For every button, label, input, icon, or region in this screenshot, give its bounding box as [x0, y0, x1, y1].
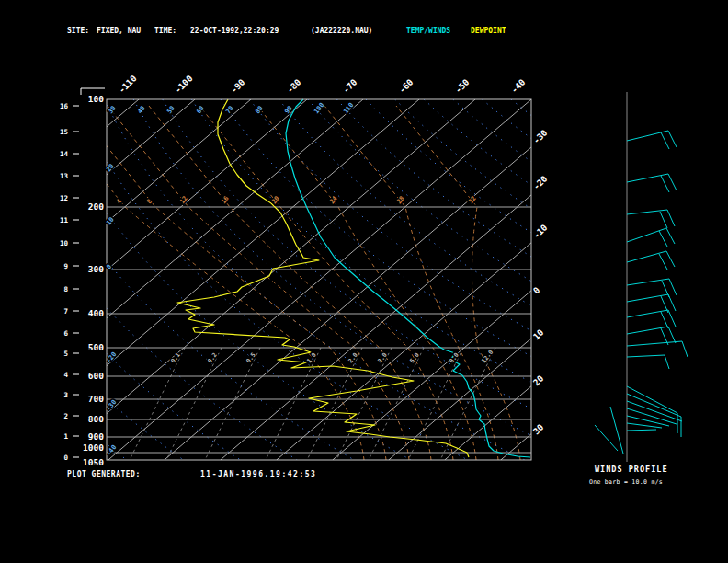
height-label: 8: [63, 285, 68, 293]
height-label: 2: [63, 412, 68, 420]
isotherm-line: [0, 99, 195, 460]
pressure-label: 400: [88, 308, 104, 318]
moist-adiabat-label: 12: [178, 195, 188, 206]
top-temp-label: -50: [453, 76, 472, 95]
top-temp-label: -60: [397, 76, 415, 95]
winds-profile-title: WINDS PROFILE: [595, 465, 668, 474]
plot-generated-label: PLOT GENERATED:: [67, 470, 141, 478]
wind-barb-feather: [668, 327, 676, 343]
moist-adiabat-label: 28: [395, 195, 405, 206]
isotherm-line: [445, 99, 728, 460]
isotherm-line: [0, 99, 251, 460]
wind-barb-feather: [668, 310, 676, 327]
wind-barb-shaft: [627, 355, 665, 357]
dry-adiabat-label: 100: [313, 101, 325, 115]
isotherm-line: [501, 99, 728, 460]
right-temp-label: -20: [531, 173, 550, 191]
dry-adiabat-line: [83, 177, 411, 460]
pressure-label: 500: [88, 342, 104, 352]
dry-adiabat-line: [279, 99, 552, 318]
right-temp-label: 30: [531, 421, 546, 436]
pressure-label: 600: [88, 371, 104, 381]
temperature-curve: [286, 99, 530, 457]
pressure-label: 200: [88, 201, 104, 212]
right-temp-label: 20: [531, 373, 546, 387]
height-label: 7: [63, 307, 68, 316]
mixing-ratio-line: [130, 348, 185, 460]
pressure-label: 700: [88, 394, 104, 404]
right-temp-label: 0: [531, 284, 542, 295]
wind-barb-feather: [659, 254, 667, 270]
height-label: 14: [60, 150, 69, 158]
height-label: 9: [63, 262, 68, 270]
top-temp-labels: -110-100-90-80-70-60-50-40: [117, 73, 528, 95]
wind-barb-shaft: [595, 425, 618, 451]
isotherm-line: [165, 99, 587, 460]
isotherm-line: [0, 99, 139, 460]
dry-adiabat-label: 30: [107, 105, 117, 116]
wind-barb-shaft: [627, 386, 677, 413]
pressure-label: 100: [88, 94, 104, 104]
wind-barb-feather: [661, 132, 669, 149]
top-temp-label: -110: [117, 73, 139, 95]
height-axis: 012345678910111213141516: [60, 102, 79, 462]
dry-adiabat-line: [133, 99, 554, 447]
dry-adiabat-line: [540, 99, 557, 112]
pressure-label: 1000: [83, 442, 104, 453]
height-label: 6: [63, 329, 68, 338]
wind-barb-shaft: [627, 341, 682, 346]
dry-adiabat-line: [85, 331, 241, 460]
dry-adiabat-label: 40: [136, 105, 146, 116]
height-label: 4: [63, 371, 68, 379]
isotherm-line: [389, 99, 728, 460]
dry-adiabat-line: [191, 99, 556, 396]
height-label: 3: [63, 391, 68, 399]
mixing-ratio-label: 8.0: [448, 351, 461, 364]
top-temp-label: -40: [509, 76, 528, 95]
top-temp-label: -70: [341, 76, 359, 95]
dry-adiabat-label: 110: [342, 101, 355, 115]
mixing-ratio-labels: 0.10.20.51.02.03.05.08.012.0: [169, 349, 495, 364]
wind-barb-feather: [660, 212, 667, 228]
winds-profile-subtitle: One barb = 10.0 m/s: [589, 478, 663, 486]
mixing-ratio-line: [369, 348, 424, 460]
height-label: 12: [60, 194, 68, 202]
height-label: 0: [63, 454, 68, 462]
moist-adiabat-label: 16: [220, 195, 230, 206]
isotherm-line: [0, 99, 83, 460]
dry-adiabat-label: 60: [195, 105, 205, 116]
wind-barb-feather: [661, 176, 669, 192]
isotherm-line: [0, 99, 27, 460]
right-temp-labels: -30-20-100102030: [531, 127, 550, 436]
mixing-ratio-label: 0.5: [245, 351, 257, 364]
pressure-label: 300: [88, 264, 104, 274]
wind-barb-feather: [665, 355, 669, 369]
top-temp-label: -90: [229, 76, 247, 95]
right-temp-label: 10: [531, 327, 546, 341]
dry-adiabat-line: [221, 99, 556, 370]
isotherm-line: [277, 99, 700, 460]
height-label: 11: [60, 216, 69, 224]
wind-barb-feather: [668, 294, 676, 311]
moist-adiabat-label: 4: [115, 198, 123, 205]
wind-barb-shaft: [627, 228, 666, 242]
height-label: 13: [60, 172, 69, 180]
dry-adiabat-line: [82, 228, 355, 460]
mixing-ratio-line: [307, 348, 362, 460]
right-temp-label: -10: [531, 222, 550, 240]
wind-barb-shaft: [627, 394, 681, 417]
temperature-trace: [286, 99, 530, 457]
isotherm-line: [333, 99, 728, 460]
moist-adiabat-label: 8: [145, 198, 154, 205]
sounding-screen: SITE: FIXED, NAU TIME: 22-OCT-1992,22:20…: [0, 0, 728, 563]
wind-barb-feather: [667, 210, 675, 226]
top-temp-label: -80: [285, 76, 303, 95]
top-temp-label: -100: [173, 73, 195, 95]
wind-barb-feather: [669, 279, 677, 295]
wind-barb-feather: [668, 174, 677, 190]
dewpoint-curve: [177, 99, 469, 457]
dry-adiabat-line: [308, 99, 551, 293]
dry-adiabat-line: [105, 99, 525, 460]
dry-adiabat-label: 80: [254, 105, 264, 116]
mixing-ratio-label: 5.0: [408, 351, 421, 364]
